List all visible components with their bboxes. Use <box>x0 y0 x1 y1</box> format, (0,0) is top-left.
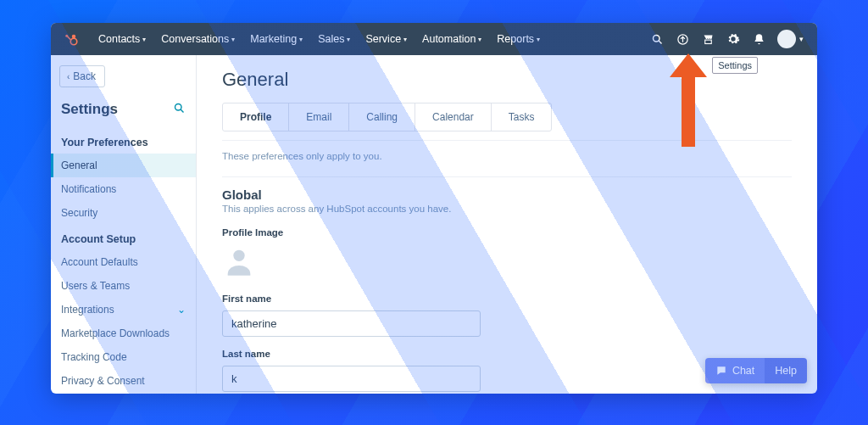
account-menu[interactable]: ▾ <box>772 30 809 48</box>
marketplace-icon[interactable] <box>696 23 720 55</box>
nav-conversations[interactable]: Conversations▾ <box>154 23 242 55</box>
page-title: General <box>222 69 792 91</box>
first-name-input[interactable] <box>222 310 481 337</box>
svg-line-6 <box>659 41 661 43</box>
chevron-down-icon: ▾ <box>142 36 146 43</box>
tab-tasks[interactable]: Tasks <box>492 103 552 131</box>
tab-profile[interactable]: Profile <box>223 103 289 131</box>
sidebar-item-security[interactable]: Security <box>51 201 196 225</box>
last-name-input[interactable] <box>222 366 481 392</box>
global-heading: Global <box>222 187 792 202</box>
nav-service[interactable]: Service▾ <box>359 23 414 55</box>
tab-calling[interactable]: Calling <box>349 103 415 131</box>
nav-sales[interactable]: Sales▾ <box>311 23 357 55</box>
settings-tooltip: Settings <box>712 57 758 74</box>
chevron-down-icon: ▾ <box>478 36 481 43</box>
chevron-down-icon: ▾ <box>347 36 350 43</box>
chevron-down-icon: ▾ <box>537 36 540 43</box>
search-icon[interactable] <box>173 102 186 118</box>
back-button[interactable]: ‹Back <box>59 65 105 87</box>
topbar-right: ▾ <box>645 23 809 55</box>
svg-point-5 <box>653 35 659 42</box>
chevron-down-icon: ⌄ <box>177 304 186 316</box>
sidebar-group-account: Account Setup <box>51 225 196 250</box>
help-widget: Chat Help <box>705 358 807 383</box>
first-name-field: First name <box>222 294 792 337</box>
sidebar-group-preferences: Your Preferences <box>51 128 196 154</box>
bell-icon[interactable] <box>747 23 771 55</box>
svg-point-9 <box>175 103 182 110</box>
sidebar-item-general[interactable]: General <box>51 154 196 177</box>
tabs: Profile Email Calling Calendar Tasks <box>222 103 552 131</box>
divider <box>222 140 792 141</box>
chevron-down-icon: ▾ <box>403 36 407 43</box>
chevron-down-icon: ▾ <box>799 35 804 43</box>
avatar-icon <box>777 30 796 48</box>
upgrade-icon[interactable] <box>670 23 694 55</box>
sidebar: ‹Back Settings Your Preferences General … <box>51 55 197 394</box>
search-icon[interactable] <box>645 23 669 55</box>
sidebar-item-notifications[interactable]: Notifications <box>51 177 196 201</box>
sidebar-item-account-defaults[interactable]: Account Defaults <box>51 250 196 274</box>
svg-line-3 <box>68 36 72 41</box>
svg-point-11 <box>233 250 244 261</box>
profile-avatar-icon[interactable] <box>222 244 256 278</box>
nav-reports[interactable]: Reports▾ <box>490 23 547 55</box>
svg-point-1 <box>70 38 77 45</box>
chevron-left-icon: ‹ <box>67 72 70 81</box>
chat-icon <box>715 365 727 377</box>
svg-point-4 <box>65 35 68 37</box>
hubspot-logo-icon[interactable] <box>63 31 80 48</box>
app-window: Contacts▾ Conversations▾ Marketing▾ Sale… <box>51 23 817 394</box>
svg-rect-8 <box>704 40 711 43</box>
svg-line-10 <box>181 109 183 112</box>
primary-nav: Contacts▾ Conversations▾ Marketing▾ Sale… <box>92 23 547 55</box>
chat-button[interactable]: Chat <box>705 358 765 383</box>
tab-calendar[interactable]: Calendar <box>415 103 492 131</box>
topbar: Contacts▾ Conversations▾ Marketing▾ Sale… <box>51 23 817 55</box>
body: ‹Back Settings Your Preferences General … <box>51 55 817 394</box>
divider <box>222 176 792 177</box>
sidebar-item-integrations[interactable]: Integrations⌄ <box>51 298 196 322</box>
main-content: General Profile Email Calling Calendar T… <box>197 55 817 394</box>
nav-marketing[interactable]: Marketing▾ <box>243 23 309 55</box>
settings-heading: Settings <box>51 96 196 128</box>
help-button[interactable]: Help <box>765 358 807 383</box>
nav-automation[interactable]: Automation▾ <box>415 23 488 55</box>
last-name-label: Last name <box>222 349 792 359</box>
sidebar-item-tracking-code[interactable]: Tracking Code <box>51 345 196 369</box>
gear-icon[interactable] <box>721 23 745 55</box>
global-subtext: This applies across any HubSpot accounts… <box>222 204 792 214</box>
scope-note: These preferences only apply to you. <box>222 151 792 161</box>
nav-contacts[interactable]: Contacts▾ <box>92 23 153 55</box>
sidebar-item-marketplace-downloads[interactable]: Marketplace Downloads <box>51 322 196 345</box>
sidebar-item-users-teams[interactable]: Users & Teams <box>51 274 196 298</box>
tab-email[interactable]: Email <box>289 103 349 131</box>
settings-title: Settings <box>61 101 118 118</box>
first-name-label: First name <box>222 294 792 304</box>
chevron-down-icon: ▾ <box>299 36 303 43</box>
profile-image-label: Profile Image <box>222 227 792 238</box>
sidebar-item-privacy-consent[interactable]: Privacy & Consent <box>51 369 196 393</box>
chevron-down-icon: ▾ <box>231 36 235 43</box>
